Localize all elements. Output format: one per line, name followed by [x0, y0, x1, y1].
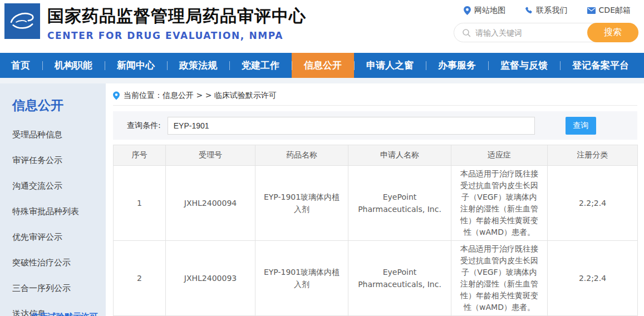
results-table: 序号受理号药品名称申请人名称适应症注册分类 1JXHL2400094EYP-19… — [113, 145, 638, 316]
table-row: 1JXHL2400094EYP-1901玻璃体内植入剂EyePoint Phar… — [114, 166, 638, 241]
site-search-input[interactable] — [475, 28, 584, 37]
cell-indication: 本品适用于治疗既往接受过抗血管内皮生长因子（VEGF）玻璃体内注射的湿性（新生血… — [451, 166, 548, 241]
header-link[interactable]: CDE邮箱 — [587, 6, 631, 16]
breadcrumb: 当前位置：信息公开 > > 临床试验默示许可 — [113, 83, 637, 106]
nav-item-3[interactable]: 新闻中心 — [105, 53, 167, 78]
site-search: 搜索 — [454, 23, 638, 42]
sidebar-item[interactable]: 三合一序列公示 — [12, 275, 106, 301]
nav-item-7[interactable]: 申请人之窗 — [354, 53, 426, 78]
nav-item-6[interactable]: 信息公开 — [292, 53, 354, 78]
sidebar-item[interactable]: 优先审评公示 — [12, 224, 106, 250]
nav-item-4[interactable]: 政策法规 — [167, 53, 229, 78]
cell-no: 1 — [114, 166, 166, 241]
nav-item-1[interactable]: 首页 — [0, 53, 42, 78]
sidebar-title: 信息公开 — [12, 97, 106, 114]
breadcrumb-text: 当前位置：信息公开 > > 临床试验默示许可 — [124, 91, 277, 101]
site-subtitle: CENTER FOR DRUG EVALUATION, NMPA — [47, 30, 306, 41]
cell-acceptance-no: JXHL2400094 — [166, 166, 255, 241]
table-row: 2JXHL2400093EYP-1901玻璃体内植入剂EyePoint Phar… — [114, 241, 638, 316]
column-header: 受理号 — [166, 145, 255, 166]
sidebar-item[interactable]: 受理品种信息 — [12, 122, 106, 147]
cde-logo-emblem — [6, 5, 38, 37]
column-header: 申请人名称 — [348, 145, 451, 166]
mail-icon — [587, 7, 596, 14]
nav-item-5[interactable]: 党建工作 — [229, 53, 292, 78]
header-right: 网站地图联系我们CDE邮箱 搜索 — [454, 6, 638, 42]
cell-applicant: EyePoint Pharmaceuticals, Inc. — [348, 166, 451, 241]
search-icon — [462, 28, 471, 37]
column-header: 序号 — [114, 145, 166, 166]
main-content: 当前位置：信息公开 > > 临床试验默示许可 查询条件: 查询 序号受理号药品名… — [113, 83, 637, 316]
query-button[interactable]: 查询 — [566, 117, 596, 135]
map-pin-icon — [464, 6, 471, 15]
cell-applicant: EyePoint Pharmaceuticals, Inc. — [348, 241, 451, 316]
cell-drug-name: EYP-1901玻璃体内植入剂 — [255, 166, 348, 241]
sidebar-item-partial[interactable]: 临床试验默示许可 — [31, 311, 98, 316]
top-strip — [0, 78, 644, 83]
query-input[interactable] — [168, 117, 535, 135]
table-header-row: 序号受理号药品名称申请人名称适应症注册分类 — [114, 145, 638, 166]
sidebar-item[interactable]: 突破性治疗公示 — [12, 250, 106, 275]
column-header: 注册分类 — [548, 145, 638, 166]
sidebar-menu: 受理品种信息审评任务公示沟通交流公示特殊审批品种列表优先审评公示突破性治疗公示三… — [12, 122, 106, 316]
nav-item-2[interactable]: 机构职能 — [42, 53, 105, 78]
sidebar-item[interactable]: 沟通交流公示 — [12, 173, 106, 199]
location-pin-icon — [113, 91, 120, 100]
table-body: 1JXHL2400094EYP-1901玻璃体内植入剂EyePoint Phar… — [114, 166, 638, 316]
query-panel: 查询条件: 查询 — [113, 111, 637, 140]
query-label: 查询条件: — [127, 121, 161, 131]
cell-reg-class: 2.2;2.4 — [548, 241, 638, 316]
nav-item-9[interactable]: 监督与反馈 — [488, 53, 560, 78]
nav-item-8[interactable]: 办事服务 — [426, 53, 488, 78]
cell-acceptance-no: JXHL2400093 — [166, 241, 255, 316]
site-title: 国家药品监督管理局药品审评中心 — [47, 5, 306, 28]
cell-drug-name: EYP-1901玻璃体内植入剂 — [255, 241, 348, 316]
column-header: 适应症 — [451, 145, 548, 166]
cell-reg-class: 2.2;2.4 — [548, 166, 638, 241]
cell-indication: 本品适用于治疗既往接受过抗血管内皮生长因子（VEGF）玻璃体内注射的湿性（新生血… — [451, 241, 548, 316]
header-link-label: 联系我们 — [536, 6, 567, 16]
main-nav: 首页机构职能新闻中心政策法规党建工作信息公开申请人之窗办事服务监督与反馈登记备案… — [0, 53, 644, 78]
header-link[interactable]: 联系我们 — [525, 6, 567, 16]
cde-logo — [4, 3, 40, 39]
site-header: 国家药品监督管理局药品审评中心 CENTER FOR DRUG EVALUATI… — [0, 0, 644, 53]
sidebar-item[interactable]: 审评任务公示 — [12, 147, 106, 173]
content-row: 信息公开 受理品种信息审评任务公示沟通交流公示特殊审批品种列表优先审评公示突破性… — [0, 83, 644, 316]
header-link-label: 网站地图 — [474, 6, 505, 16]
quick-links: 网站地图联系我们CDE邮箱 — [454, 6, 638, 16]
site-titles: 国家药品监督管理局药品审评中心 CENTER FOR DRUG EVALUATI… — [47, 5, 306, 41]
phone-icon — [525, 7, 533, 14]
sidebar-item[interactable]: 特殊审批品种列表 — [12, 199, 106, 224]
cell-no: 2 — [114, 241, 166, 316]
header-link-label: CDE邮箱 — [599, 6, 631, 16]
sidebar: 信息公开 受理品种信息审评任务公示沟通交流公示特殊审批品种列表优先审评公示突破性… — [0, 83, 106, 316]
header-link[interactable]: 网站地图 — [464, 6, 505, 16]
site-search-button[interactable]: 搜索 — [587, 23, 638, 42]
nav-item-10[interactable]: 登记备案平台 — [560, 53, 641, 78]
column-header: 药品名称 — [255, 145, 348, 166]
